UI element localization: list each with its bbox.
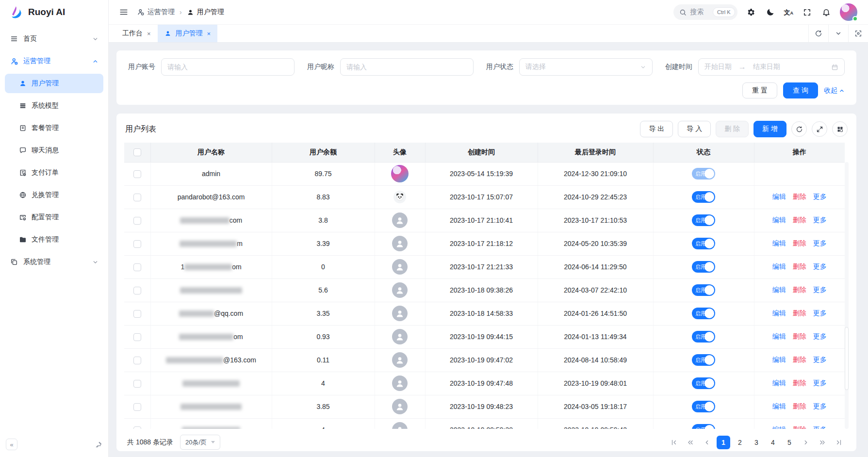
page-5-button[interactable]: 5 — [783, 436, 796, 449]
edit-link[interactable]: 编辑 — [772, 239, 786, 247]
row-checkbox[interactable] — [133, 357, 141, 364]
next-group-button[interactable] — [816, 436, 829, 449]
status-toggle[interactable]: 启用 — [692, 331, 715, 343]
more-link[interactable]: 更多 — [813, 309, 827, 317]
edit-link[interactable]: 编辑 — [772, 193, 786, 200]
edit-link[interactable]: 编辑 — [772, 216, 786, 224]
expand-table-icon[interactable] — [812, 121, 827, 137]
row-checkbox[interactable] — [133, 194, 141, 201]
row-checkbox[interactable] — [133, 170, 141, 178]
status-toggle[interactable]: 启用 — [692, 284, 715, 296]
delete-link[interactable]: 删除 — [793, 425, 806, 429]
import-button[interactable]: 导 入 — [678, 121, 711, 137]
nickname-input[interactable] — [346, 63, 467, 71]
export-button[interactable]: 导 出 — [640, 121, 673, 137]
edit-link[interactable]: 编辑 — [772, 402, 786, 410]
delete-link[interactable]: 删除 — [793, 239, 806, 247]
sidebar-item-payment-orders[interactable]: 支付订单 — [5, 163, 103, 182]
sidebar-item-plan-management[interactable]: 套餐管理 — [5, 118, 103, 138]
next-page-button[interactable] — [799, 436, 813, 449]
dark-mode-moon-icon[interactable] — [765, 6, 776, 18]
status-toggle[interactable]: 启用 — [692, 214, 715, 226]
row-checkbox[interactable] — [133, 333, 141, 341]
scrollbar-thumb[interactable] — [845, 327, 849, 390]
more-link[interactable]: 更多 — [813, 356, 827, 363]
status-toggle[interactable]: 启用 — [692, 168, 715, 180]
sidebar-item-chat-messages[interactable]: 聊天消息 — [5, 141, 103, 160]
pin-icon[interactable] — [95, 441, 102, 448]
more-link[interactable]: 更多 — [813, 262, 827, 270]
status-toggle[interactable]: 启用 — [692, 377, 715, 389]
date-range-picker[interactable]: 开始日期 → 结束日期 — [698, 58, 845, 76]
row-checkbox[interactable] — [133, 287, 141, 294]
status-toggle[interactable]: 启用 — [692, 308, 715, 319]
delete-link[interactable]: 删除 — [793, 262, 806, 270]
notifications-bell-icon[interactable] — [820, 6, 832, 18]
edit-link[interactable]: 编辑 — [772, 332, 786, 340]
close-icon[interactable]: × — [147, 31, 151, 37]
delete-button[interactable]: 删 除 — [716, 121, 749, 137]
sidebar-item-file-management[interactable]: 文件管理 — [5, 230, 103, 249]
settings-gear-icon[interactable] — [745, 6, 757, 18]
status-toggle[interactable]: 启用 — [692, 238, 715, 249]
select-all-checkbox[interactable] — [133, 148, 141, 156]
close-icon[interactable]: × — [207, 31, 211, 37]
hamburger-menu-icon[interactable] — [119, 8, 128, 16]
column-settings-icon[interactable] — [832, 121, 848, 137]
more-link[interactable]: 更多 — [813, 216, 827, 224]
row-checkbox[interactable] — [133, 263, 141, 271]
status-select[interactable]: 请选择 — [519, 58, 653, 76]
delete-link[interactable]: 删除 — [793, 193, 806, 200]
delete-link[interactable]: 删除 — [793, 356, 806, 363]
first-page-button[interactable] — [667, 436, 681, 449]
sidebar-collapse-button[interactable]: « — [6, 439, 17, 450]
page-3-button[interactable]: 3 — [750, 436, 763, 449]
focus-mode-icon[interactable] — [848, 25, 868, 42]
row-checkbox[interactable] — [133, 403, 141, 411]
more-link[interactable]: 更多 — [813, 286, 827, 294]
sidebar-item-operations[interactable]: 运营管理 — [5, 51, 103, 71]
row-checkbox[interactable] — [133, 426, 141, 429]
delete-link[interactable]: 删除 — [793, 216, 806, 224]
row-checkbox[interactable] — [133, 240, 141, 248]
sidebar-item-user-management[interactable]: 用户管理 — [5, 74, 103, 93]
page-2-button[interactable]: 2 — [733, 436, 747, 449]
delete-link[interactable]: 删除 — [793, 379, 806, 387]
more-link[interactable]: 更多 — [813, 193, 827, 200]
row-checkbox[interactable] — [133, 217, 141, 225]
delete-link[interactable]: 删除 — [793, 286, 806, 294]
language-translate-icon[interactable]: 文A — [784, 9, 794, 16]
more-link[interactable]: 更多 — [813, 379, 827, 387]
refresh-icon[interactable] — [808, 25, 828, 42]
add-button[interactable]: 新 增 — [753, 121, 786, 137]
edit-link[interactable]: 编辑 — [772, 356, 786, 363]
status-toggle[interactable]: 启用 — [692, 354, 715, 366]
more-link[interactable]: 更多 — [813, 402, 827, 410]
delete-link[interactable]: 删除 — [793, 309, 806, 317]
refresh-icon[interactable] — [791, 121, 807, 137]
sidebar-item-config-management[interactable]: 配置管理 — [5, 208, 103, 227]
edit-link[interactable]: 编辑 — [772, 286, 786, 294]
more-link[interactable]: 更多 — [813, 425, 827, 429]
reset-button[interactable]: 重 置 — [742, 82, 777, 98]
status-toggle[interactable]: 启用 — [692, 191, 715, 203]
table-scrollbar[interactable] — [845, 162, 849, 429]
page-size-select[interactable]: 20条/页 — [180, 435, 220, 450]
search-button[interactable]: 查 询 — [783, 82, 818, 98]
sidebar-item-redeem-management[interactable]: 兑换管理 — [5, 185, 103, 205]
row-checkbox[interactable] — [133, 380, 141, 388]
tab-user-management[interactable]: 用户管理 × — [158, 25, 218, 42]
edit-link[interactable]: 编辑 — [772, 379, 786, 387]
row-checkbox[interactable] — [133, 310, 141, 318]
delete-link[interactable]: 删除 — [793, 332, 806, 340]
sidebar-item-system-models[interactable]: 系统模型 — [5, 96, 103, 115]
more-link[interactable]: 更多 — [813, 239, 827, 247]
status-toggle[interactable]: 启用 — [692, 424, 715, 429]
page-4-button[interactable]: 4 — [766, 436, 780, 449]
sidebar-item-home[interactable]: 首页 — [5, 29, 103, 49]
last-page-button[interactable] — [832, 436, 846, 449]
edit-link[interactable]: 编辑 — [772, 309, 786, 317]
sidebar-item-system-management[interactable]: 系统管理 — [5, 252, 103, 272]
page-1-button[interactable]: 1 — [717, 436, 730, 449]
collapse-filter-link[interactable]: 收起 — [824, 86, 845, 95]
